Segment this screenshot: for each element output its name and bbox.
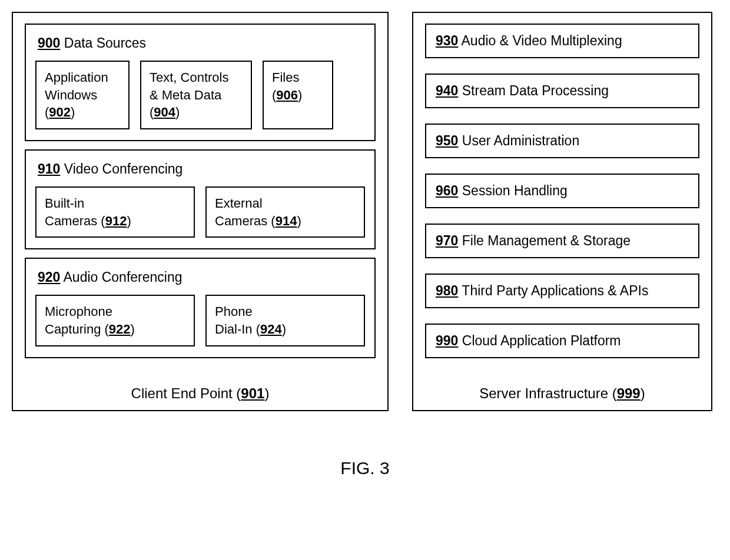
external-line1: External: [215, 196, 263, 211]
phone-dialin-box: Phone Dial-In (924): [205, 295, 365, 346]
client-caption-prefix: Client End Point (: [131, 385, 241, 401]
server-item-950: 950 User Administration: [425, 124, 699, 158]
figure-page: 900 Data Sources Application Windows (90…: [0, 0, 730, 560]
server-item-970: 970 File Management & Storage: [425, 224, 699, 258]
files-line1: Files: [272, 70, 299, 85]
external-cameras-box: External Cameras (914): [205, 186, 365, 238]
audio-conferencing-group: 920 Audio Conferencing Microphone Captur…: [25, 258, 376, 358]
server-caption-prefix: Server Infrastructure (: [479, 385, 616, 401]
server-panel-caption: Server Infrastructure (999): [425, 374, 699, 402]
data-sources-title-text: Data Sources: [60, 35, 146, 51]
data-sources-title: 900 Data Sources: [38, 35, 365, 51]
audio-row: Microphone Capturing (922) Phone Dial-In…: [35, 295, 365, 346]
video-conferencing-title-text: Video Conferencing: [60, 161, 182, 176]
ref-num-910: 910: [38, 161, 60, 176]
dialin-line1: Phone: [215, 304, 253, 319]
server-item-930: 930 Audio & Video Multiplexing: [425, 24, 699, 58]
video-conferencing-group: 910 Video Conferencing Built-in Cameras …: [25, 149, 376, 249]
ref-num-904: 904: [154, 105, 175, 119]
server-item-940-label: Stream Data Processing: [458, 83, 609, 98]
data-sources-group: 900 Data Sources Application Windows (90…: [25, 24, 376, 141]
ref-num-901: 901: [241, 385, 264, 401]
ref-num-914: 914: [276, 214, 297, 228]
ref-num-990: 990: [436, 333, 458, 348]
builtin-cameras-box: Built-in Cameras (912): [35, 186, 195, 238]
app-windows-line2: Windows: [45, 88, 97, 102]
text-meta-line2: & Meta Data: [150, 88, 221, 102]
audio-conferencing-title: 920 Audio Conferencing: [38, 269, 365, 285]
ref-num-930: 930: [436, 33, 458, 48]
audio-conferencing-title-text: Audio Conferencing: [60, 269, 182, 285]
two-column-layout: 900 Data Sources Application Windows (90…: [12, 12, 718, 411]
ref-num-912: 912: [105, 214, 127, 228]
video-conferencing-title: 910 Video Conferencing: [38, 161, 365, 177]
client-caption-suffix: ): [264, 385, 269, 401]
builtin-line1: Built-in: [45, 196, 84, 211]
ref-num-922: 922: [109, 322, 131, 336]
ref-num-960: 960: [436, 183, 458, 198]
client-panel-caption: Client End Point (901): [25, 374, 376, 402]
server-item-970-label: File Management & Storage: [458, 233, 631, 248]
builtin-suffix: ): [127, 214, 131, 228]
figure-label: FIG. 3: [12, 458, 718, 478]
ref-num-980: 980: [436, 283, 458, 298]
text-meta-line1: Text, Controls: [150, 70, 229, 85]
mic-suffix: ): [131, 322, 135, 336]
data-sources-row: Application Windows (902) Text, Controls…: [35, 61, 365, 129]
server-item-980: 980 Third Party Applications & APIs: [425, 274, 699, 308]
video-row: Built-in Cameras (912) External Cameras …: [35, 186, 365, 238]
server-item-960-label: Session Handling: [458, 183, 567, 198]
dialin-suffix: ): [282, 322, 286, 336]
server-item-940: 940 Stream Data Processing: [425, 74, 699, 108]
server-item-990-label: Cloud Application Platform: [458, 333, 620, 348]
files-box: Files (906): [263, 61, 333, 129]
ref-num-970: 970: [436, 233, 458, 248]
server-item-930-label: Audio & Video Multiplexing: [458, 33, 622, 48]
application-windows-box: Application Windows (902): [35, 61, 130, 129]
builtin-line2: Cameras (: [45, 214, 105, 228]
ref-num-950: 950: [436, 133, 458, 148]
mic-line1: Microphone: [45, 304, 112, 319]
mic-line2: Capturing (: [45, 322, 109, 336]
dialin-line2: Dial-In (: [215, 322, 260, 336]
ref-num-906: 906: [276, 88, 298, 102]
external-line2: Cameras (: [215, 214, 276, 228]
server-caption-suffix: ): [641, 385, 645, 401]
ref-num-900: 900: [38, 35, 60, 51]
server-item-960: 960 Session Handling: [425, 174, 699, 208]
ref-num-940: 940: [436, 83, 458, 98]
server-item-980-label: Third Party Applications & APIs: [458, 283, 648, 298]
ref-num-920: 920: [38, 269, 60, 285]
ref-num-902: 902: [49, 105, 71, 119]
app-windows-line1: Application: [45, 70, 108, 85]
ref-num-999: 999: [617, 385, 641, 401]
ref-num-924: 924: [260, 322, 282, 336]
microphone-box: Microphone Capturing (922): [35, 295, 195, 346]
server-infrastructure-panel: 930 Audio & Video Multiplexing 940 Strea…: [412, 12, 712, 411]
server-item-950-label: User Administration: [458, 133, 579, 148]
external-suffix: ): [297, 214, 301, 228]
text-metadata-box: Text, Controls & Meta Data (904): [140, 61, 252, 129]
server-item-990: 990 Cloud Application Platform: [425, 324, 699, 358]
client-endpoint-panel: 900 Data Sources Application Windows (90…: [12, 12, 389, 411]
